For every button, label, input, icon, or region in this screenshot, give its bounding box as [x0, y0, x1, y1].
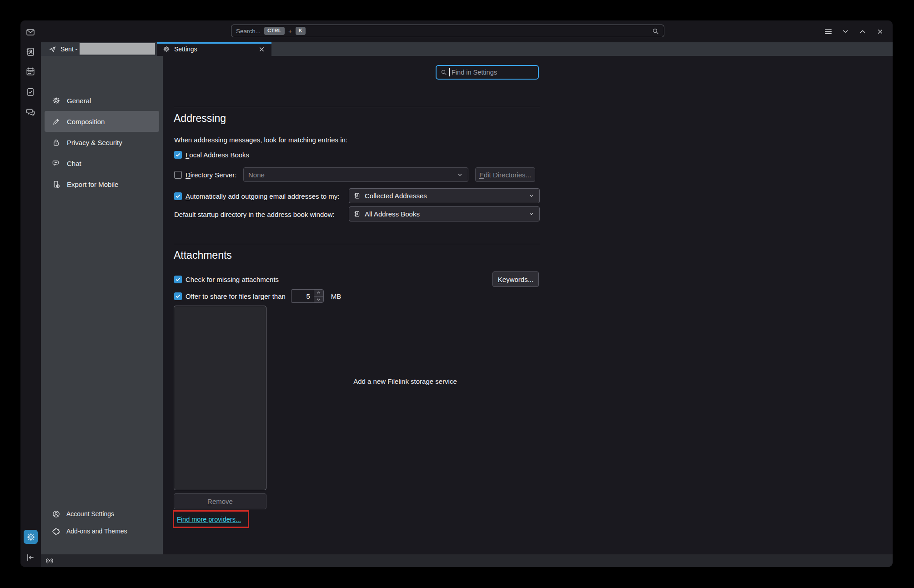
- auto-add-row: Automatically add outgoing email address…: [174, 189, 340, 203]
- local-address-books-checkbox[interactable]: [174, 151, 182, 159]
- puzzle-icon: [52, 527, 60, 536]
- pencil-icon: [52, 117, 60, 126]
- sidebar-item-general[interactable]: General: [45, 90, 159, 111]
- sidebar-item-chat[interactable]: Chat: [45, 153, 159, 174]
- directory-server-dropdown[interactable]: None: [243, 167, 468, 182]
- text-caret: [449, 68, 450, 76]
- network-status-icon: [45, 556, 54, 565]
- window-controls: [822, 20, 886, 42]
- check-missing-checkbox[interactable]: [174, 276, 182, 283]
- tasks-space-icon[interactable]: [25, 87, 36, 98]
- find-placeholder: Find in Settings: [452, 69, 497, 76]
- maximize-button[interactable]: [856, 25, 869, 38]
- collapse-spaces-icon[interactable]: [25, 553, 35, 563]
- filelink-provider-list[interactable]: [174, 306, 266, 490]
- ctrl-key-badge: CTRL: [264, 27, 285, 35]
- tab-bar: Sent - Settings: [41, 42, 893, 56]
- plus-sign: +: [288, 28, 292, 35]
- close-window-button[interactable]: [874, 25, 886, 38]
- mail-space-icon[interactable]: [25, 27, 36, 38]
- gear-icon: [52, 96, 60, 105]
- chat-space-icon[interactable]: [25, 107, 36, 118]
- auto-add-checkbox[interactable]: [174, 192, 182, 200]
- settings-content: Find in Settings Addressing When address…: [163, 56, 893, 554]
- tab-sent[interactable]: Sent -: [44, 42, 156, 56]
- sidebar-item-export-mobile[interactable]: Export for Mobile: [45, 174, 159, 195]
- sidebar-item-addons-themes[interactable]: Add-ons and Themes: [45, 523, 159, 540]
- default-startup-row: Default startup directory in the address…: [174, 207, 335, 221]
- directory-server-label[interactable]: Directory Server:: [186, 171, 237, 179]
- directory-server-value: None: [248, 171, 265, 179]
- sidebar-item-label: Export for Mobile: [67, 181, 118, 188]
- address-book-icon: [354, 192, 361, 199]
- account-icon: [52, 510, 60, 518]
- minimize-button[interactable]: [839, 25, 852, 38]
- settings-sidebar: General Composition Privacy & Security C…: [41, 56, 163, 554]
- stepper-up-button[interactable]: [314, 290, 323, 297]
- tab-settings[interactable]: Settings: [157, 42, 271, 56]
- filesize-input[interactable]: 5: [291, 289, 314, 303]
- local-address-books-row: Local Address Books: [174, 150, 249, 160]
- offer-share-checkbox[interactable]: [174, 292, 182, 300]
- chevron-down-icon: [528, 211, 535, 217]
- sidebar-item-account-settings[interactable]: Account Settings: [45, 505, 159, 523]
- phone-export-icon: [52, 180, 60, 189]
- addressing-heading: Addressing: [174, 112, 226, 125]
- calendar-space-icon[interactable]: [25, 66, 36, 77]
- settings-space-button[interactable]: [24, 530, 38, 544]
- sidebar-item-privacy-security[interactable]: Privacy & Security: [45, 132, 159, 153]
- gear-icon: [163, 45, 170, 53]
- directory-server-checkbox[interactable]: [174, 171, 182, 179]
- status-bar: [41, 554, 893, 567]
- filesize-unit-label: MB: [331, 292, 341, 300]
- find-in-settings-input[interactable]: Find in Settings: [436, 65, 539, 80]
- default-startup-dropdown[interactable]: All Address Books: [349, 206, 540, 221]
- chevron-down-icon: [457, 171, 463, 178]
- attachments-heading: Attachments: [174, 249, 232, 261]
- chevron-down-icon: [528, 192, 535, 199]
- address-book-icon: [354, 211, 361, 217]
- sidebar-item-label: General: [67, 97, 91, 105]
- auto-add-value: Collected Addresses: [365, 192, 427, 200]
- sidebar-item-label: Add-ons and Themes: [66, 528, 127, 535]
- tab-settings-label: Settings: [174, 45, 197, 53]
- default-startup-label: Default startup directory in the address…: [174, 211, 335, 218]
- offer-share-label[interactable]: Offer to share for files larger than: [186, 292, 286, 300]
- offer-share-row: Offer to share for files larger than 5 M…: [174, 289, 341, 303]
- search-icon: [440, 69, 447, 76]
- app-menu-button[interactable]: [822, 25, 834, 38]
- spaces-toolbar: [20, 20, 41, 567]
- find-more-providers-link[interactable]: Find more providers...: [177, 516, 241, 523]
- addressing-intro: When addressing messages, look for match…: [174, 136, 347, 144]
- annotation-highlight-box: Find more providers...: [173, 510, 249, 528]
- close-tab-icon[interactable]: [258, 45, 266, 53]
- search-icon: [652, 27, 659, 35]
- auto-add-dropdown[interactable]: Collected Addresses: [349, 188, 540, 203]
- k-key-badge: K: [296, 27, 306, 35]
- sidebar-item-label: Chat: [67, 160, 81, 167]
- address-book-space-icon[interactable]: [25, 47, 36, 58]
- section-separator: [174, 244, 540, 244]
- check-missing-label[interactable]: Check for missing attachments: [186, 276, 279, 283]
- filelink-empty-hint: Add a new Filelink storage service: [346, 377, 465, 385]
- lock-icon: [52, 138, 60, 147]
- remove-provider-button[interactable]: Remove: [174, 493, 266, 509]
- sidebar-item-label: Account Settings: [66, 510, 114, 518]
- send-icon: [49, 45, 56, 53]
- stepper-down-button[interactable]: [314, 297, 323, 303]
- global-search-input[interactable]: Search... CTRL + K: [231, 25, 664, 37]
- local-address-books-label[interactable]: Local Address Books: [186, 151, 249, 159]
- sidebar-item-composition[interactable]: Composition: [45, 111, 159, 132]
- keywords-button[interactable]: Keywords...: [492, 271, 539, 287]
- tab-sent-label: Sent -: [60, 45, 77, 53]
- section-separator: [174, 107, 540, 107]
- chat-icon: [52, 159, 60, 168]
- edit-directories-button[interactable]: Edit Directories...: [475, 167, 535, 182]
- search-placeholder: Search...: [236, 28, 261, 35]
- default-startup-value: All Address Books: [365, 210, 420, 218]
- auto-add-label[interactable]: Automatically add outgoing email address…: [186, 192, 340, 200]
- redacted-account-name: [80, 43, 155, 55]
- check-missing-row: Check for missing attachments: [174, 274, 279, 284]
- sidebar-item-label: Privacy & Security: [67, 139, 122, 146]
- filesize-field-group: 5: [291, 289, 324, 303]
